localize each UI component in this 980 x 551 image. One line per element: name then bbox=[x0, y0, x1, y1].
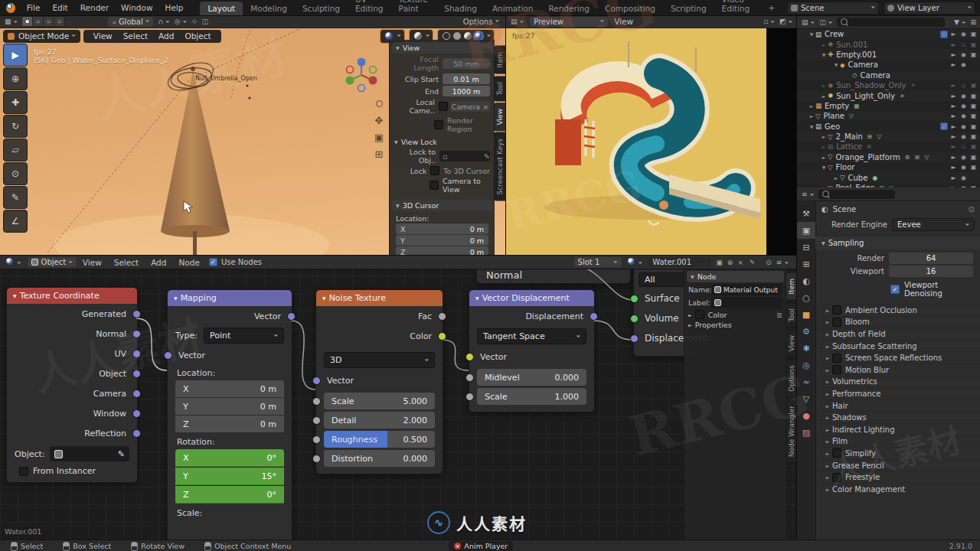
expand-arrow-icon[interactable]: ► bbox=[820, 134, 828, 139]
render-engine-dropdown[interactable]: Eevee⏷ bbox=[892, 218, 975, 231]
properties-tab[interactable]: ⊞ bbox=[797, 256, 815, 272]
workspace-tab[interactable]: Rendering bbox=[541, 2, 597, 15]
input-socket[interactable] bbox=[466, 373, 474, 382]
n-panel-tab[interactable]: View bbox=[494, 103, 505, 131]
render-visibility-icon[interactable]: ▣ bbox=[969, 143, 978, 150]
render-visibility-icon[interactable]: ▣ bbox=[969, 103, 978, 109]
viewport-menu-item[interactable]: Object bbox=[179, 31, 216, 41]
value-field[interactable]: 0.01 m bbox=[443, 73, 490, 84]
outliner-row[interactable]: ► ▽ Orange_Platform ⚙ ⊞ ▽ ► ◉ ▣ bbox=[797, 152, 980, 162]
sidebar-tab[interactable]: Tool bbox=[786, 302, 796, 328]
render-visibility-icon[interactable]: ▣ bbox=[969, 112, 978, 119]
hide-eye-icon[interactable]: ∪ bbox=[959, 82, 969, 89]
navigation-gizmo[interactable] bbox=[341, 55, 381, 95]
select-cursor-icon[interactable]: ► bbox=[949, 103, 959, 109]
expand-arrow-icon[interactable]: ▼ bbox=[808, 124, 815, 129]
input-socket[interactable] bbox=[630, 315, 639, 323]
mode-dropdown[interactable]: Object Mode ⏷ bbox=[3, 30, 80, 43]
outliner-row[interactable]: ▼ ▤ Crew ✓ ► ◉ ▣ bbox=[797, 29, 980, 39]
hide-eye-icon[interactable]: ◉ bbox=[959, 93, 969, 99]
input-socket[interactable] bbox=[312, 377, 321, 385]
new-collection-icon[interactable]: ⊞ bbox=[970, 18, 976, 26]
properties-tab[interactable]: ◎ bbox=[797, 357, 815, 373]
expand-arrow-icon[interactable]: ► bbox=[820, 83, 828, 88]
add-workspace-button[interactable]: + bbox=[760, 1, 782, 15]
workspace-tab[interactable]: Scripting bbox=[663, 2, 714, 15]
workspace-tab[interactable]: Layout bbox=[200, 2, 243, 15]
snapping-icon[interactable]: ≡⏷ bbox=[776, 259, 789, 266]
render-visibility-icon[interactable]: ▣ bbox=[969, 154, 978, 161]
output-socket[interactable] bbox=[590, 312, 598, 321]
filter-icon[interactable]: ◫⏷ bbox=[819, 18, 832, 26]
select-cursor-icon[interactable]: ► bbox=[949, 93, 959, 99]
pin-icon[interactable]: ⊙ bbox=[766, 259, 772, 266]
eyedropper-icon[interactable]: ✎ bbox=[750, 259, 756, 266]
input-socket[interactable] bbox=[164, 351, 172, 360]
collapsed-panel-row[interactable]: ► Volumetrics bbox=[815, 376, 980, 388]
hide-eye-icon[interactable]: ◉ bbox=[959, 31, 969, 37]
node-canvas[interactable]: Normal ▼Texture Coordinate Generated Nor… bbox=[0, 269, 796, 540]
outliner-row[interactable]: ► ▽ Cube ● ► ◉ bbox=[797, 172, 980, 182]
view-menu[interactable]: View bbox=[608, 17, 639, 26]
zoom-icon[interactable] bbox=[371, 95, 387, 112]
output-socket[interactable] bbox=[287, 312, 296, 321]
select-cursor-icon[interactable]: ► bbox=[949, 154, 959, 161]
properties-tab[interactable]: ■ bbox=[797, 306, 815, 323]
render-visibility-icon[interactable]: ▣ bbox=[969, 82, 978, 89]
viewport-menu-item[interactable]: View bbox=[88, 31, 118, 41]
collapsed-panel-row[interactable]: ► Color Management bbox=[815, 483, 980, 495]
workspace-tab[interactable]: UV Editing bbox=[348, 0, 391, 15]
preview-dropdown[interactable]: Preview⏷ bbox=[530, 17, 608, 27]
hide-eye-icon[interactable]: ◉ bbox=[959, 133, 969, 140]
properties-search-input[interactable] bbox=[818, 190, 895, 199]
lock-object-field[interactable]: ▫ ✎ bbox=[439, 151, 490, 161]
options-dropdown[interactable]: Options⏷ bbox=[463, 18, 499, 26]
expand-arrow-icon[interactable]: ▼ bbox=[820, 52, 828, 57]
editor-type-icon[interactable]: ⏷ bbox=[5, 258, 21, 266]
properties-tab[interactable]: ▨ bbox=[797, 424, 815, 441]
select-mode-group[interactable]: ▪▫▫▫ bbox=[22, 16, 65, 27]
editor-type-icon[interactable]: ▤⏷ bbox=[511, 18, 524, 25]
outliner-row[interactable]: ► ✺ Sun_Shadow_Only ☀ ► ∪ ▣ bbox=[797, 80, 980, 90]
display-mode-icon[interactable]: ▤⏷ bbox=[802, 18, 815, 26]
collapsed-panel-row[interactable]: ► Indirect Lighting bbox=[815, 423, 980, 435]
expand-arrow-icon[interactable]: ► bbox=[820, 144, 828, 149]
expand-arrow-icon[interactable]: ► bbox=[820, 93, 828, 99]
viewport-menu-item[interactable]: Select bbox=[118, 31, 153, 41]
editor-type-icon[interactable]: ≡⏷ bbox=[802, 191, 814, 198]
scene-selector[interactable]: Scene ⏷ bbox=[787, 2, 879, 15]
slot-dropdown[interactable]: Slot 1⏷ bbox=[574, 257, 622, 267]
material-name-field[interactable]: Water.001 bbox=[648, 257, 711, 267]
workspace-tab[interactable]: Compositing bbox=[597, 2, 663, 15]
input-socket[interactable] bbox=[466, 353, 474, 361]
material-ball-icon[interactable]: ⏷ bbox=[626, 258, 643, 266]
render-samples-field[interactable]: 64 bbox=[889, 253, 973, 264]
fake-user-icon[interactable]: ▣ bbox=[716, 259, 723, 266]
select-cursor-icon[interactable]: ► bbox=[949, 31, 959, 37]
workspace-tab[interactable]: Modeling bbox=[243, 2, 295, 15]
collapsed-panel-row[interactable]: ► Depth of Field bbox=[815, 328, 980, 340]
render-region-checkbox[interactable] bbox=[434, 120, 443, 129]
cursor-location-row[interactable]: Y 0 m bbox=[396, 235, 488, 246]
input-socket[interactable] bbox=[312, 435, 321, 444]
shading-icon[interactable]: ◩⏷ bbox=[779, 18, 792, 25]
collapsed-panel-row[interactable]: ► Ambient Occlusion bbox=[815, 304, 980, 316]
expand-arrow-icon[interactable]: ► bbox=[808, 103, 815, 109]
expand-arrow-icon[interactable]: ► bbox=[832, 175, 840, 181]
to-3d-cursor-checkbox[interactable] bbox=[430, 166, 439, 175]
hide-eye-icon[interactable]: ◉ bbox=[959, 103, 969, 109]
cursor-location-row[interactable]: X 0 m bbox=[396, 223, 488, 234]
toolbar-button[interactable]: ▱ bbox=[3, 139, 28, 161]
new-material-icon[interactable]: ⊕ bbox=[727, 259, 733, 266]
gizmo-toggle-icon[interactable]: ⊹ bbox=[191, 18, 198, 25]
sampling-panel-header[interactable]: ▼Sampling bbox=[815, 236, 980, 249]
cursor-location-row[interactable]: Z 0 m bbox=[396, 246, 488, 255]
expand-arrow-icon[interactable]: ► bbox=[808, 113, 815, 119]
camera-to-view-checkbox[interactable] bbox=[430, 181, 439, 190]
outliner-row[interactable]: ▼ ▽ Floor ► ◉ ▣ bbox=[797, 162, 980, 172]
overlays-toggle-icon[interactable]: ◫ bbox=[202, 18, 209, 25]
output-socket[interactable] bbox=[132, 409, 141, 418]
viewport-denoising-checkbox[interactable]: ✓ bbox=[890, 285, 900, 294]
select-cursor-icon[interactable]: ► bbox=[949, 164, 959, 171]
properties-tab[interactable]: ✱ bbox=[797, 340, 815, 357]
